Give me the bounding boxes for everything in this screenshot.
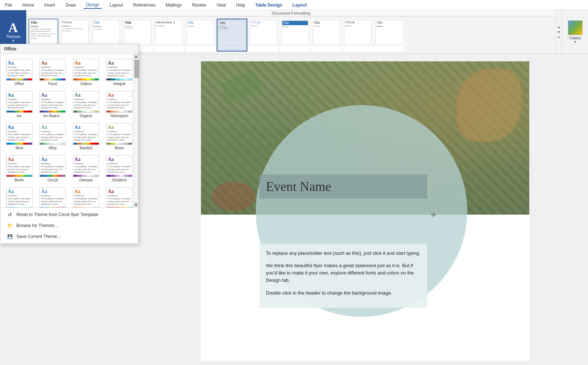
- theme-name-integral: Integral: [113, 82, 125, 86]
- theme-item-basis[interactable]: AaHeading 1 In the gallery, the galley i…: [104, 121, 136, 152]
- style-preview-11: TITLE Heading 1: [344, 20, 372, 45]
- menu-view[interactable]: View: [214, 2, 228, 8]
- panel-header: Office: [0, 44, 138, 54]
- theme-item-droplet[interactable]: AaHeading 1 In the gallery, the galley i…: [3, 185, 35, 207]
- reset-theme-action[interactable]: ↺ Reset to Theme from Circle flyer Templ…: [4, 210, 135, 219]
- event-name-box[interactable]: Event Name: [259, 174, 427, 199]
- theme-name-retrospect: Retrospect: [111, 114, 128, 118]
- menu-layout-2[interactable]: Layout: [290, 2, 309, 8]
- menu-file[interactable]: File: [3, 2, 14, 8]
- theme-item-damask[interactable]: AaHeading 1 In the gallery, the galley i…: [70, 153, 102, 184]
- scroll-down-arrow[interactable]: ▼: [556, 30, 562, 35]
- style-preview-2: TITLE Heading 1In this gallery, the gall…: [61, 20, 89, 45]
- menu-draw[interactable]: Draw: [63, 2, 78, 8]
- style-preview-10: Title Heading 1: [313, 20, 340, 45]
- theme-item-dividend[interactable]: AaHeading 1 In the gallery, the galley i…: [104, 153, 136, 184]
- browse-icon: 📁: [6, 222, 13, 229]
- style-preview-8: TITLE Heading 1: [250, 20, 278, 45]
- theme-name-damask: Damask: [79, 178, 93, 182]
- theme-name-circuit: Circuit: [47, 178, 58, 182]
- theme-name-berlin: Berlin: [15, 178, 24, 182]
- colors-label: Colors: [569, 36, 581, 40]
- theme-item-organic[interactable]: AaHeading 1 In the gallery, the galley i…: [70, 89, 102, 120]
- style-preview-1: Title Heading 1In this gallery, the gall…: [30, 20, 57, 45]
- save-theme-action[interactable]: 💾 Save Current Theme...: [4, 232, 135, 241]
- theme-item-wisp[interactable]: AaHeading 1 In the gallery, the galley i…: [37, 121, 69, 152]
- theme-name-slice: Slice: [15, 146, 23, 150]
- theme-item-ionboard[interactable]: AaHeading 1 In the gallery, the galley i…: [37, 89, 69, 120]
- scroll-thumb: [134, 60, 139, 78]
- style-preview-9: Title Heading 1: [281, 20, 309, 45]
- panel-footer: ↺ Reset to Theme from Circle flyer Templ…: [0, 207, 138, 243]
- scroll-down-btn[interactable]: ▼: [134, 202, 139, 207]
- style-item-9[interactable]: Title Heading 1: [280, 19, 310, 51]
- browse-label: Browse for Themes...: [16, 223, 58, 228]
- theme-item-gallery2[interactable]: AaHeading 1 In the gallery, the galley i…: [70, 185, 102, 207]
- theme-name-basis: Basis: [115, 146, 124, 150]
- theme-item-berlin[interactable]: AaHeading 1 In the gallery, the galley i…: [3, 153, 35, 184]
- menu-layout[interactable]: Layout: [108, 2, 125, 8]
- themes-label: Themes: [6, 34, 20, 39]
- scroll-up-btn[interactable]: ▲: [134, 54, 139, 59]
- themes-grid: AaHeading 1 In the gallery, the galley i…: [0, 54, 138, 207]
- theme-name-facet: Facet: [48, 82, 57, 86]
- style-item-11[interactable]: TITLE Heading 1: [343, 19, 373, 51]
- theme-name-ion: Ion: [17, 114, 22, 118]
- style-preview-6: Title Heading 1: [186, 20, 214, 45]
- theme-item-circuit[interactable]: AaHeading 1 In the gallery, the galley i…: [37, 153, 69, 184]
- theme-item-facet[interactable]: AaHeading 1 In the gallery, the galley i…: [37, 57, 69, 88]
- menu-home[interactable]: Home: [20, 2, 36, 8]
- theme-item-retrospect[interactable]: AaHeading 1 In the gallery, the galley i…: [104, 89, 136, 120]
- save-label: Save Current Theme...: [16, 234, 61, 239]
- menu-help[interactable]: Help: [234, 2, 247, 8]
- theme-item-integral[interactable]: AaHeading 1 In the gallery, the galley i…: [104, 57, 136, 88]
- theme-item-frame[interactable]: AaHeading 1 In the gallery, the galley i…: [37, 185, 69, 207]
- document-formatting-label: Document Formatting: [26, 10, 556, 16]
- style-item-8[interactable]: TITLE Heading 1: [249, 19, 279, 51]
- theme-item-slice[interactable]: AaHeading 1 In the gallery, the galley i…: [3, 121, 35, 152]
- menu-references[interactable]: References: [131, 2, 158, 8]
- theme-item-office[interactable]: AaHeading 1 In the gallery, the galley i…: [3, 57, 35, 88]
- theme-name-organic: Organic: [80, 114, 92, 118]
- theme-item-mainevent[interactable]: AaHeading 1 In the gallery, the galley i…: [104, 185, 136, 207]
- theme-item-gallery[interactable]: AaHeading 1 In the gallery, the galley i…: [70, 57, 102, 88]
- reset-label: Reset to Theme from Circle flyer Templat…: [16, 212, 98, 217]
- food-decoration-jar: [456, 69, 522, 142]
- menu-mailings[interactable]: Mailings: [163, 2, 184, 8]
- style-item-12[interactable]: Title Heading 1: [374, 19, 404, 51]
- doc-para-3: Double click in the header to change the…: [266, 289, 421, 297]
- colors-button[interactable]: Colors ▾: [562, 10, 588, 54]
- style-preview-5: HEADING 1 In this gallery...: [155, 20, 183, 45]
- document-area: ✛ Event Name To replace any placeholder …: [142, 54, 588, 365]
- document-page: ✛ Event Name To replace any placeholder …: [201, 61, 529, 361]
- event-name-text: Event Name: [266, 179, 331, 194]
- style-preview-12: Title Heading 1: [375, 20, 403, 45]
- scroll-expand-arrow[interactable]: ▾: [556, 35, 562, 40]
- theme-name-office: Office: [15, 82, 24, 86]
- style-item-6[interactable]: Title Heading 1: [185, 19, 215, 51]
- style-preview-4: Title Heading 1In this gallery...: [124, 20, 151, 45]
- style-item-5[interactable]: HEADING 1 In this gallery...: [154, 19, 184, 51]
- save-icon: 💾: [6, 233, 13, 240]
- browse-themes-action[interactable]: 📁 Browse for Themes...: [4, 221, 135, 230]
- menu-table-design[interactable]: Table Design: [253, 2, 285, 8]
- theme-item-ion[interactable]: AaHeading 1 In the gallery, the galley i…: [3, 89, 35, 120]
- themes-big-a: A: [8, 21, 18, 34]
- menu-bar: File Home Insert Draw Design Layout Refe…: [0, 0, 588, 10]
- food-decoration-tomato: [212, 182, 256, 211]
- reset-icon: ↺: [6, 211, 13, 218]
- themes-chevron: ▾: [12, 39, 14, 43]
- scroll-up-arrow[interactable]: ▲: [556, 24, 562, 30]
- menu-insert[interactable]: Insert: [42, 2, 57, 8]
- theme-name-dividend: Dividend: [112, 178, 127, 182]
- menu-design[interactable]: Design: [84, 1, 101, 9]
- theme-name-banded: Banded: [80, 146, 92, 150]
- theme-item-banded[interactable]: AaHeading 1 In the gallery, the galley i…: [70, 121, 102, 152]
- style-item-7[interactable]: Title Heading 1In this gallery...: [217, 19, 247, 51]
- colors-chevron: ▾: [574, 40, 576, 44]
- doc-para-1: To replace any placeholder text (such as…: [266, 250, 421, 257]
- style-item-10[interactable]: Title Heading 1: [312, 19, 341, 51]
- ribbon-scroll-arrows: ▲ ▼ ▾: [556, 10, 562, 54]
- menu-review[interactable]: Review: [190, 2, 208, 8]
- document-text-area[interactable]: To replace any placeholder text (such as…: [259, 244, 427, 308]
